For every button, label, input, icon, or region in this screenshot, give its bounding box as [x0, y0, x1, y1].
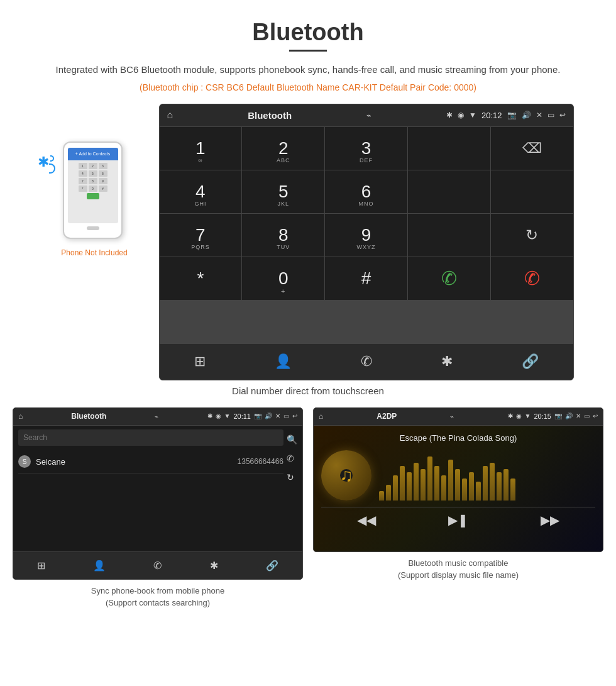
music-note-icon: ♫ — [340, 465, 353, 485]
window-icon[interactable]: ▭ — [547, 111, 554, 119]
phone-key-hash: # — [99, 185, 107, 192]
dial-sub-6: MNO — [358, 201, 373, 207]
nav-bluetooth-icon[interactable]: ✱ — [441, 353, 453, 370]
ph-home-icon[interactable]: ⌂ — [18, 412, 23, 421]
dial-key-0[interactable]: 0 + — [242, 257, 324, 300]
pb-nav-contacts[interactable]: 👤 — [93, 560, 106, 572]
dial-key-star[interactable]: * — [160, 257, 242, 300]
music-time: 20:15 — [534, 412, 551, 420]
mu-close-icon[interactable]: ✕ — [576, 412, 581, 420]
phonebook-side-icons: 🔍 ✆ ↻ — [284, 429, 300, 487]
home-icon[interactable]: ⌂ — [167, 109, 173, 121]
dial-key-9[interactable]: 9 WXYZ — [325, 214, 407, 257]
music-header-right: ✱ ◉ ▼ 20:15 📷 🔊 ✕ ▭ ↩ — [508, 412, 598, 420]
nav-phone-icon[interactable]: ✆ — [361, 353, 372, 370]
phone-key-8: 8 — [89, 178, 97, 184]
search-bar[interactable]: Search — [18, 429, 283, 446]
dial-num-7: 7 — [195, 226, 206, 244]
dial-key-hash[interactable]: # — [325, 257, 407, 300]
dial-key-3[interactable]: 3 DEF — [325, 127, 407, 170]
dial-key-backspace[interactable]: ⌫ — [491, 127, 573, 170]
eq-bar — [441, 475, 446, 501]
music-content: Escape (The Pina Colada Song) ♫ ◀◀ ▶❚ ▶▶ — [314, 426, 603, 551]
phone-home-btn — [87, 226, 99, 230]
phone-key-9: 9 — [99, 178, 107, 184]
pb-nav-grid[interactable]: ⊞ — [37, 560, 45, 572]
dial-num-6: 6 — [361, 183, 371, 201]
dial-sub-1: ∞ — [198, 157, 202, 163]
mu-home-icon[interactable]: ⌂ — [319, 412, 323, 421]
nav-contacts-icon[interactable]: 👤 — [275, 353, 292, 370]
dial-key-2[interactable]: 2 ABC — [242, 127, 324, 170]
mu-cam-icon: 📷 — [554, 412, 562, 420]
phone-keypad: 1 2 3 4 5 6 7 8 9 — [68, 160, 118, 202]
dial-key-4[interactable]: 4 GHI — [160, 170, 242, 213]
dial-key-refresh[interactable]: ↻ — [491, 214, 573, 257]
dial-key-6[interactable]: 6 MNO — [325, 170, 407, 213]
side-search-icon[interactable]: 🔍 — [287, 434, 297, 445]
dial-num-1: 1 — [195, 140, 206, 157]
mu-win-icon[interactable]: ▭ — [584, 412, 590, 420]
music-card: ⌂ A2DP ⌁ ✱ ◉ ▼ 20:15 📷 🔊 ✕ ▭ ↩ Escape (T… — [313, 407, 603, 609]
play-pause-icon[interactable]: ▶❚ — [448, 512, 468, 528]
music-caption-text: Bluetooth music compatible(Support displ… — [398, 558, 519, 580]
nav-link-icon[interactable]: 🔗 — [522, 353, 539, 370]
eq-bar — [407, 472, 412, 501]
dial-key-1[interactable]: 1 ∞ — [160, 127, 242, 170]
header-time: 20:12 — [481, 111, 502, 120]
pb-nav-bt[interactable]: ✱ — [210, 560, 218, 572]
dial-num-2: 2 — [278, 140, 289, 157]
page-title: Bluetooth — [0, 0, 616, 50]
pb-nav-phone[interactable]: ✆ — [153, 560, 162, 572]
car-screen-title: Bluetooth — [248, 110, 292, 121]
phone-illustration: ✱ + Add to Contacts 1 2 3 — [57, 141, 132, 242]
next-icon[interactable]: ▶▶ — [541, 512, 559, 528]
back-icon[interactable]: ↩ — [559, 111, 566, 119]
phonebook-card: ⌂ Bluetooth ⌁ ✱ ◉ ▼ 20:11 📷 🔊 ✕ ▭ ↩ — [13, 407, 303, 609]
mu-loc-icon: ◉ — [516, 412, 522, 420]
dial-num-star: * — [197, 270, 204, 287]
search-placeholder: Search — [23, 433, 47, 442]
eq-bar — [448, 460, 453, 501]
eq-bar — [414, 463, 419, 501]
dial-sub-4: GHI — [194, 201, 206, 207]
mu-back-icon[interactable]: ↩ — [593, 412, 598, 420]
wave-small — [50, 155, 54, 162]
volume-icon[interactable]: 🔊 — [522, 111, 531, 119]
close-icon[interactable]: ✕ — [536, 111, 542, 119]
dial-cell-empty-4 — [408, 214, 490, 257]
dial-cell-empty-1 — [408, 127, 490, 170]
ph-close-icon[interactable]: ✕ — [275, 412, 280, 420]
dial-sub-5: JKL — [277, 201, 289, 207]
phone-body: + Add to Contacts 1 2 3 4 5 6 — [63, 141, 123, 239]
phone-key-3: 3 — [99, 163, 107, 169]
car-nav-bar: ⊞ 👤 ✆ ✱ 🔗 — [160, 343, 573, 380]
dial-key-7[interactable]: 7 PQRS — [160, 214, 242, 257]
car-dial-screen: ⌂ Bluetooth ⌁ ✱ ◉ ▼ 20:12 📷 🔊 ✕ ▭ ↩ 1 ∞ — [159, 104, 574, 380]
ph-win-icon[interactable]: ▭ — [283, 412, 289, 420]
phone-key-2: 2 — [89, 163, 97, 169]
prev-icon[interactable]: ◀◀ — [357, 512, 376, 528]
eq-bar — [400, 466, 405, 501]
dial-num-4: 4 — [195, 183, 206, 201]
ph-cam-icon: 📷 — [254, 412, 261, 420]
dial-key-call-red[interactable]: ✆ — [491, 257, 573, 300]
eq-bar — [393, 475, 398, 501]
side-refresh-icon[interactable]: ↻ — [287, 472, 297, 482]
dial-num-5: 5 — [278, 183, 289, 201]
dial-key-5[interactable]: 5 JKL — [242, 170, 324, 213]
backspace-icon: ⌫ — [522, 140, 542, 157]
pb-nav-link[interactable]: 🔗 — [266, 560, 278, 572]
ph-back-icon[interactable]: ↩ — [292, 412, 297, 420]
camera-icon[interactable]: 📷 — [507, 111, 517, 119]
nav-grid-icon[interactable]: ⊞ — [194, 353, 206, 370]
contact-row[interactable]: S Seicane 13566664466 — [18, 451, 283, 473]
music-caption: Bluetooth music compatible(Support displ… — [398, 557, 519, 582]
side-phone-icon[interactable]: ✆ — [287, 453, 297, 463]
dial-key-8[interactable]: 8 TUV — [242, 214, 324, 257]
ph-bt-icon: ✱ — [207, 412, 212, 420]
eq-bar — [421, 469, 426, 501]
mu-bt-icon: ✱ — [508, 412, 513, 420]
phonebook-caption-text: Sync phone-book from mobile phone(Suppor… — [91, 586, 224, 608]
dial-key-call-green[interactable]: ✆ — [408, 257, 490, 300]
